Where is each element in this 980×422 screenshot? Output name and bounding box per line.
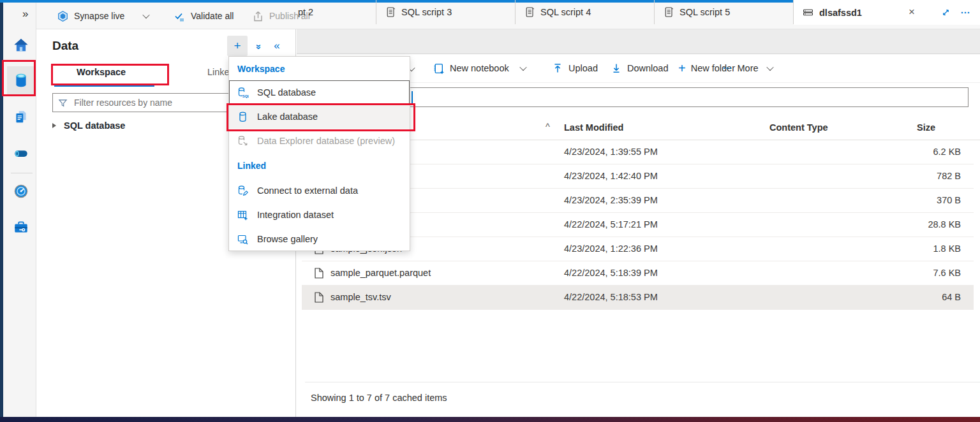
file-size: 64 B [942, 292, 961, 302]
add-resource-button[interactable]: + [227, 36, 248, 56]
data-icon [13, 72, 29, 89]
sidebar-item-develop[interactable] [7, 103, 35, 131]
items-count-status: Showing 1 to 7 of 7 cached items [305, 382, 980, 403]
active-tab-underline [54, 84, 154, 87]
lake-database-icon [237, 111, 249, 123]
tree-item-label: SQL database [64, 120, 125, 131]
file-icon [315, 268, 323, 279]
monitor-icon [13, 183, 29, 200]
upload-icon [552, 62, 563, 74]
menu-item-connect-external-data[interactable]: Connect to external data [229, 178, 410, 203]
document-tab-strip [297, 29, 980, 54]
left-nav-rail: » [3, 3, 36, 417]
menu-item-data-explorer-database[interactable]: Data Explorer database (preview) [229, 129, 410, 153]
collapse-panel-button[interactable]: « [267, 36, 287, 56]
ellipsis-icon: ··· [723, 63, 732, 73]
chevrons-left-icon: « [274, 40, 279, 52]
file-name: sample_parquet.parquet [330, 268, 431, 278]
file-modified: 4/22/2024, 5:17:21 PM [564, 219, 658, 229]
file-row[interactable]: sample_parquet.parquet 4/22/2024, 5:18:3… [302, 261, 974, 286]
menu-item-sql-database[interactable]: SQL SQL database [229, 80, 410, 105]
file-modified: 4/22/2024, 5:18:39 PM [564, 268, 658, 278]
file-name: sample_tsv.tsv [330, 292, 391, 302]
sql-script-icon [524, 6, 535, 18]
storage-account-icon [803, 7, 813, 18]
mode-selector[interactable]: Synapse live [57, 3, 149, 29]
column-content-type[interactable]: Content Type [769, 122, 828, 133]
menu-item-browse-gallery[interactable]: Browse gallery [229, 227, 410, 251]
more-button[interactable]: ··· More [723, 54, 773, 82]
column-size[interactable]: Size [917, 122, 935, 133]
sql-database-icon: SQL [237, 87, 249, 99]
file-modified: 4/23/2024, 1:22:36 PM [564, 244, 658, 254]
home-icon [13, 37, 29, 54]
validate-all-button[interactable]: Validate all [174, 3, 234, 29]
synapse-studio-window: » [0, 0, 980, 422]
file-size: 6.2 KB [933, 147, 961, 157]
browse-gallery-icon [237, 233, 249, 245]
publish-icon [252, 10, 264, 22]
data-explorer-database-icon [237, 135, 249, 147]
tab-sql-script-3[interactable]: SQL script 3 [376, 0, 516, 24]
file-modified: 4/23/2024, 2:35:39 PM [564, 195, 658, 205]
button-label: Download [627, 63, 669, 73]
menu-item-lake-database[interactable]: Lake database [229, 105, 410, 129]
new-notebook-button[interactable]: New notebook [433, 54, 526, 82]
sidebar-item-monitor[interactable] [7, 177, 35, 205]
file-size: 370 B [937, 195, 961, 205]
window-bottom-strip [0, 417, 980, 422]
tab-sql-script-2[interactable]: pt 2 [297, 0, 376, 24]
tab-sql-script-5[interactable]: SQL script 5 [655, 0, 794, 24]
more-actions-icon[interactable]: ··· [961, 7, 970, 18]
chevron-down-icon [519, 64, 526, 71]
menu-item-label: Browse gallery [257, 234, 318, 244]
sidebar-item-home[interactable] [7, 31, 35, 59]
filter-icon [58, 98, 68, 108]
sidebar-item-data[interactable] [7, 66, 35, 94]
sidebar-item-integrate[interactable] [7, 140, 35, 168]
upload-button[interactable]: Upload [552, 54, 598, 82]
sql-script-icon [385, 6, 396, 18]
mode-label: Synapse live [74, 11, 124, 21]
menu-header-linked: Linked [237, 161, 266, 171]
panel-title: Data [52, 39, 78, 53]
synapse-logo-icon [57, 10, 69, 22]
chevron-down-icon [766, 64, 773, 71]
tab-label: SQL script 3 [401, 7, 452, 17]
chevron-right-icon [52, 123, 56, 128]
column-last-modified[interactable]: Last Modified [564, 122, 623, 133]
menu-item-label: Data Explorer database (preview) [257, 136, 395, 146]
button-label: Upload [568, 63, 598, 73]
menu-header-workspace: Workspace [237, 64, 285, 74]
file-modified: 4/23/2024, 1:42:40 PM [564, 171, 658, 181]
sql-script-icon [664, 6, 674, 18]
double-chevron-down-icon: » [254, 44, 265, 48]
nav-separator [11, 173, 33, 173]
file-size: 782 B [937, 171, 961, 181]
download-button[interactable]: Download [611, 54, 669, 82]
menu-item-label: SQL database [257, 87, 316, 98]
button-label: New notebook [450, 63, 509, 73]
sort-ascending-icon[interactable]: ^ [546, 122, 550, 132]
svg-text:SQL: SQL [242, 94, 249, 98]
close-tab-icon[interactable]: × [905, 6, 918, 18]
tab-label: SQL script 5 [679, 7, 730, 17]
menu-item-label: Lake database [257, 112, 318, 122]
tree-item-sql-database[interactable]: SQL database [52, 120, 125, 131]
expand-nav-icon[interactable]: » [22, 8, 28, 20]
sidebar-item-manage[interactable] [7, 214, 35, 242]
file-size: 28.8 KB [928, 219, 961, 229]
file-size: 7.6 KB [933, 268, 961, 278]
menu-item-integration-dataset[interactable]: Integration dataset [229, 203, 410, 227]
file-row-selected[interactable]: sample_tsv.tsv 4/22/2024, 5:18:53 PM 64 … [302, 286, 974, 310]
tab-label: pt 2 [298, 7, 313, 17]
validate-icon [174, 10, 186, 22]
tab-sql-script-4[interactable]: SQL script 4 [516, 0, 655, 24]
chevron-down-icon [143, 11, 150, 18]
connect-external-data-icon [237, 185, 249, 197]
expand-view-icon[interactable] [941, 8, 951, 17]
menu-item-label: Connect to external data [257, 186, 358, 196]
tab-workspace[interactable]: Workspace [77, 67, 126, 77]
tab-label: SQL script 4 [540, 7, 591, 17]
text-cursor [412, 91, 413, 103]
